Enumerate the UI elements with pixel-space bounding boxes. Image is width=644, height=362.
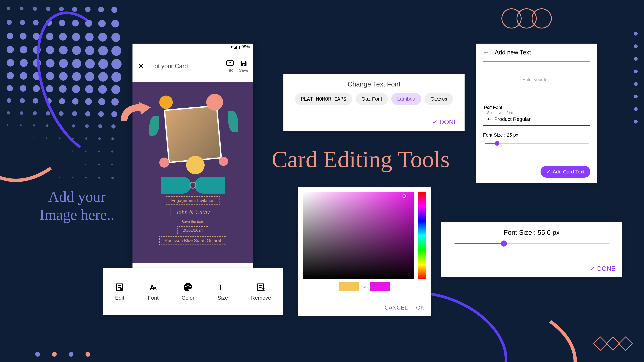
decorative-rings <box>502 8 552 28</box>
signal-icon: ◢ <box>234 44 237 49</box>
card-text-names[interactable]: John & Cathy <box>170 207 215 217</box>
flower-decoration <box>159 95 173 109</box>
info-button[interactable]: ? Info <box>226 60 234 72</box>
remove-tool[interactable]: Remove <box>251 282 271 301</box>
svg-point-7 <box>188 285 189 286</box>
phone-header: ✕ Edit your Card ? Info Save <box>132 50 253 82</box>
battery-icon: ▮ <box>238 44 240 49</box>
close-button[interactable]: ✕ <box>138 61 144 71</box>
chevron-down-icon: ▾ <box>585 118 587 121</box>
info-icon: ? <box>226 60 234 67</box>
svg-rect-2 <box>242 61 245 63</box>
svg-point-3 <box>243 64 244 65</box>
svg-text:?: ? <box>229 61 231 65</box>
arrow-right-icon: ➪ <box>362 284 366 290</box>
card-text-venue[interactable]: Radisson Blue Surat, Gujarat <box>159 236 226 245</box>
slider-thumb[interactable] <box>495 141 500 146</box>
color-cursor[interactable] <box>402 194 406 198</box>
saturation-value-picker[interactable] <box>303 192 414 279</box>
phone-mockup: ▾ ◢ ▮ 35% ✕ Edit your Card ? Info Save <box>132 43 253 270</box>
save-icon <box>240 60 247 67</box>
add-text-title: Add new Text <box>495 49 531 56</box>
hue-slider[interactable] <box>418 192 426 279</box>
decorative-diamonds <box>595 339 630 349</box>
selected-font: Product Regular <box>494 116 531 122</box>
flower-decoration <box>206 94 223 111</box>
battery-percent: 35% <box>242 44 250 49</box>
add-text-panel: ← Add new Text Enter your text Text Font… <box>476 43 597 183</box>
back-button[interactable]: ← <box>483 49 490 56</box>
color-picker-panel: ➪ CANCEL OK <box>298 187 431 316</box>
flower-decoration <box>219 157 228 166</box>
svg-text:T: T <box>218 283 223 292</box>
size-slider[interactable] <box>454 243 609 244</box>
new-color-swatch <box>370 282 390 291</box>
size-done-button[interactable]: ✓ DONE <box>590 265 616 272</box>
svg-point-8 <box>190 286 191 287</box>
floral-frame <box>146 90 240 178</box>
change-font-panel: Change Text Font PLAT NOMOR CAPS Qaz Fon… <box>284 74 464 131</box>
svg-text:A: A <box>489 118 491 120</box>
svg-text:T: T <box>224 286 226 291</box>
font-done-button[interactable]: ✓ DONE <box>432 118 458 126</box>
font-option-qaz[interactable]: Qaz Font <box>356 93 388 105</box>
text-font-label: Text Font <box>483 105 590 110</box>
size-panel-title: Font Size : 55.0 px <box>454 229 609 236</box>
flower-decoration <box>186 156 204 174</box>
check-icon: ✓ <box>546 169 550 175</box>
card-photo[interactable] <box>164 105 222 163</box>
svg-text:A: A <box>154 286 157 291</box>
status-bar: ▾ ◢ ▮ 35% <box>132 43 253 50</box>
font-options: PLAT NOMOR CAPS Qaz Font Lambda Gladius <box>290 93 458 105</box>
size-tool[interactable]: TT Size <box>218 282 228 301</box>
check-icon: ✓ <box>590 265 595 272</box>
save-button[interactable]: Save <box>239 60 248 73</box>
header-title: Edit your Card <box>149 63 221 70</box>
edit-tool[interactable]: Edit <box>115 282 125 301</box>
color-cancel-button[interactable]: CANCEL <box>384 304 408 311</box>
font-option-plat-nomor[interactable]: PLAT NOMOR CAPS <box>295 93 352 105</box>
font-size-label: Font Size : 25 px <box>483 132 590 138</box>
font-size-slider[interactable] <box>485 143 589 144</box>
wifi-icon: ▾ <box>230 44 232 49</box>
slider-thumb[interactable] <box>501 241 507 247</box>
color-tool[interactable]: Color <box>182 282 194 301</box>
font-icon: AA <box>487 117 492 122</box>
old-color-swatch <box>339 282 359 291</box>
card-text-savedate[interactable]: Save the date <box>181 219 204 224</box>
font-tool[interactable]: AA Font <box>148 282 158 301</box>
svg-point-6 <box>185 286 187 287</box>
card-text-date[interactable]: 20/01/2024 <box>178 226 208 234</box>
font-icon: AA <box>148 282 158 292</box>
card-text-invitation[interactable]: Engagement Invitation <box>166 196 220 205</box>
leaf-decoration <box>228 111 238 132</box>
add-image-label: Add your Image here.. <box>40 188 114 224</box>
text-input[interactable]: Enter your text <box>483 61 590 98</box>
font-size-panel: Font Size : 55.0 px ✓ DONE <box>441 222 622 277</box>
hands-illustration <box>139 175 246 195</box>
font-select-dropdown[interactable]: Select your font AA Product Regular ▾ <box>483 113 590 126</box>
flower-decoration <box>159 158 170 168</box>
arrow-icon <box>121 100 154 121</box>
font-option-lambda[interactable]: Lambda <box>391 93 421 105</box>
remove-icon <box>256 282 266 292</box>
svg-text:A: A <box>487 117 490 121</box>
font-panel-title: Change Text Font <box>290 80 458 88</box>
edit-icon <box>115 282 125 292</box>
color-ok-button[interactable]: OK <box>416 304 424 311</box>
editing-toolbar: Edit AA Font Color TT Size Remove <box>103 268 282 315</box>
add-card-text-button[interactable]: ✓ Add Card Text <box>540 166 590 178</box>
size-icon: TT <box>218 282 228 292</box>
palette-icon <box>183 282 193 292</box>
font-option-gladius[interactable]: Gladius <box>425 93 453 105</box>
check-icon: ✓ <box>432 118 438 126</box>
main-title: Card Editing Tools <box>272 146 450 173</box>
